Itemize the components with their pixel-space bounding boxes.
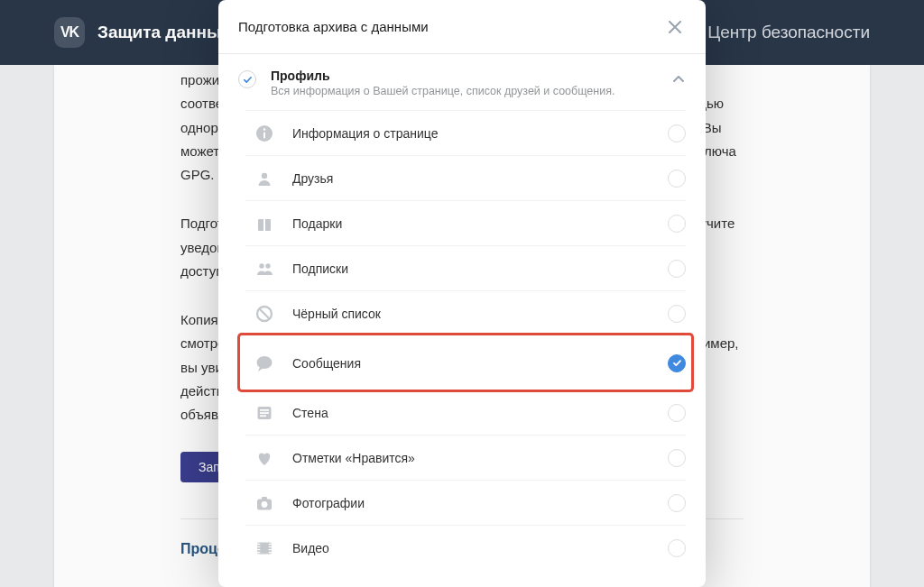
option-radio[interactable] [668, 494, 686, 512]
option-label: Фотографии [292, 496, 668, 510]
option-photos[interactable]: Фотографии [245, 480, 686, 525]
option-label: Сообщения [292, 356, 668, 371]
option-label: Подписки [292, 261, 668, 276]
videos-icon [254, 538, 274, 558]
section-title: Профиль [271, 69, 662, 83]
option-radio[interactable] [668, 260, 686, 278]
option-radio[interactable] [668, 215, 686, 233]
option-label: Подарки [292, 216, 668, 231]
option-likes[interactable]: Отметки «Нравится» [245, 435, 686, 480]
wall-icon [254, 403, 274, 423]
option-page-info[interactable]: Информация о странице [245, 110, 686, 155]
likes-icon [254, 448, 274, 468]
option-gifts[interactable]: Подарки [245, 200, 686, 245]
section-subtitle: Вся информация о Вашей странице, список … [271, 85, 662, 97]
option-label: Друзья [292, 171, 668, 186]
subs-icon [254, 259, 274, 279]
option-label: Видео [292, 541, 668, 555]
close-icon[interactable] [664, 16, 686, 38]
option-label: Стена [292, 406, 668, 420]
option-label: Информация о странице [292, 126, 668, 141]
option-radio[interactable] [668, 354, 686, 372]
check-circle-icon [238, 70, 256, 88]
friends-icon [254, 169, 274, 188]
messages-icon [254, 353, 274, 373]
archive-modal: Подготовка архива с данными Профиль Вся … [218, 0, 706, 587]
option-blacklist[interactable]: Чёрный список [245, 290, 686, 335]
option-radio[interactable] [668, 170, 686, 188]
option-label: Отметки «Нравится» [292, 451, 668, 465]
options-list: Информация о страницеДрузьяПодаркиПодпис… [218, 110, 706, 570]
option-radio[interactable] [668, 449, 686, 467]
section-profile-header[interactable]: Профиль Вся информация о Вашей странице,… [218, 54, 706, 110]
option-videos[interactable]: Видео [245, 525, 686, 570]
option-radio[interactable] [668, 404, 686, 422]
page-info-icon [254, 124, 274, 143]
modal-body: Профиль Вся информация о Вашей странице,… [218, 54, 706, 587]
option-friends[interactable]: Друзья [245, 155, 686, 200]
option-wall[interactable]: Стена [245, 390, 686, 435]
option-messages[interactable]: Сообщения [240, 335, 691, 390]
option-subs[interactable]: Подписки [245, 245, 686, 290]
modal-header: Подготовка архива с данными [218, 0, 706, 54]
chevron-up-icon[interactable] [671, 72, 686, 87]
blacklist-icon [254, 304, 274, 324]
option-radio[interactable] [668, 124, 686, 142]
gifts-icon [254, 214, 274, 234]
photos-icon [254, 493, 274, 513]
option-label: Чёрный список [292, 307, 668, 321]
modal-title: Подготовка архива с данными [238, 19, 429, 34]
option-radio[interactable] [668, 539, 686, 557]
option-radio[interactable] [668, 305, 686, 323]
